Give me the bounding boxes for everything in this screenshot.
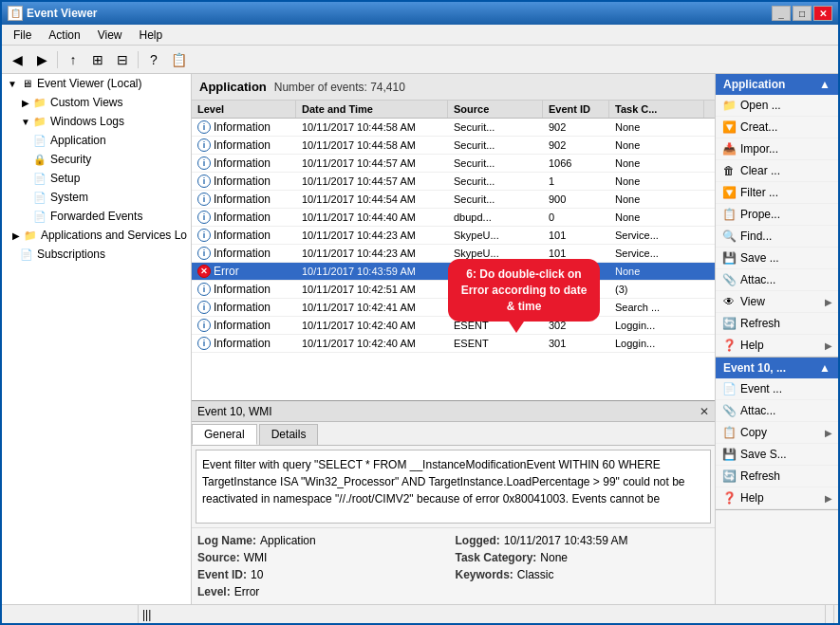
toolbar-back[interactable]: ◀ (6, 49, 28, 70)
toolbar-properties[interactable]: 📋 (167, 49, 190, 70)
sidebar-item-setup[interactable]: 📄 Setup (2, 169, 191, 188)
toolbar-help[interactable]: ? (142, 49, 165, 70)
table-row[interactable]: i Information 10/11/2017 10:42:41 AM Sea… (192, 299, 715, 317)
level-text: Information (214, 283, 271, 296)
table-row[interactable]: i Information 10/11/2017 10:42:40 AM ESE… (192, 317, 715, 335)
cell-source: WMI (448, 263, 543, 280)
security-icon: 🔒 (32, 152, 47, 167)
close-button[interactable]: ✕ (813, 6, 832, 21)
maximize-button[interactable]: □ (793, 6, 812, 21)
sidebar-item-system[interactable]: 📄 System (2, 188, 191, 207)
col-datetime[interactable]: Date and Time (296, 101, 448, 118)
log-icon: 📄 (32, 133, 47, 148)
minimize-button[interactable]: _ (772, 6, 791, 21)
info-icon: i (197, 156, 211, 170)
toggle-icon[interactable]: ▶ (9, 229, 23, 242)
menu-help[interactable]: Help (132, 27, 171, 44)
col-level[interactable]: Level (192, 101, 296, 118)
col-eventid[interactable]: Event ID (543, 101, 609, 118)
menu-view[interactable]: View (90, 27, 130, 44)
toolbar-collapse[interactable]: ⊟ (111, 49, 134, 70)
table-row[interactable]: i Information 10/11/2017 10:44:23 AM Sky… (192, 227, 715, 245)
actions-section-1: Event 10, ...▲ 📄 Event ... 📎 Attac... 📋 … (716, 358, 838, 510)
action-icon: 📄 (721, 381, 737, 396)
level-text: Information (214, 120, 271, 134)
action-item-find...[interactable]: 🔍 Find... (716, 226, 838, 248)
action-item-view[interactable]: 👁 View ▶ (716, 291, 838, 313)
action-item-prope...[interactable]: 📋 Prope... (716, 204, 838, 226)
cell-eventid: 101 (543, 245, 609, 262)
folder-icon: 📁 (32, 95, 47, 110)
action-item-attac...[interactable]: 📎 Attac... (716, 269, 838, 291)
sidebar-label: System (50, 191, 88, 204)
action-item-refresh[interactable]: 🔄 Refresh (716, 466, 838, 487)
action-item-save-s...[interactable]: 💾 Save S... (716, 444, 838, 466)
sidebar-item-application[interactable]: 📄 Application (2, 131, 191, 150)
table-row[interactable]: ✕ Error 10/11/2017 10:43:59 AM WMI 10 No… (192, 263, 715, 281)
menu-action[interactable]: Action (41, 27, 87, 44)
cell-task: Loggin... (609, 317, 704, 334)
sidebar-item-subscriptions[interactable]: 📄 Subscriptions (2, 245, 191, 264)
col-task[interactable]: Task C... (609, 101, 704, 118)
toolbar-forward[interactable]: ▶ (30, 49, 53, 70)
action-item-help[interactable]: ❓ Help ▶ (716, 335, 838, 357)
sidebar-item-custom-views[interactable]: ▶ 📁 Custom Views (2, 93, 191, 112)
action-icon: 🔍 (721, 229, 737, 244)
events-table[interactable]: Level Date and Time Source Event ID Task… (192, 101, 715, 400)
table-row[interactable]: i Information 10/11/2017 10:44:40 AM dbu… (192, 209, 715, 227)
toggle-icon[interactable]: ▼ (6, 77, 19, 90)
action-item-creat...[interactable]: 🔽 Creat... (716, 117, 838, 138)
section-collapse-icon[interactable]: ▲ (819, 78, 831, 91)
table-row[interactable]: i Information 10/11/2017 10:44:58 AM Sec… (192, 137, 715, 155)
action-item-copy[interactable]: 📋 Copy ▶ (716, 422, 838, 444)
sidebar-item-windows-logs[interactable]: ▼ 📁 Windows Logs (2, 112, 191, 131)
action-item-help[interactable]: ❓ Help ▶ (716, 487, 838, 509)
sidebar-item-security[interactable]: 🔒 Security (2, 150, 191, 169)
action-item-refresh[interactable]: 🔄 Refresh (716, 313, 838, 335)
menu-bar: File Action View Help (2, 25, 838, 46)
cell-extra (704, 281, 715, 298)
action-item-filter-...[interactable]: 🔽 Filter ... (716, 182, 838, 204)
sidebar-label: Subscriptions (37, 248, 105, 261)
toolbar-expand[interactable]: ⊞ (86, 49, 109, 70)
table-row[interactable]: i Information 10/11/2017 10:42:51 AM Dbx… (192, 281, 715, 299)
cell-task: None (609, 173, 704, 190)
action-item-clear-...[interactable]: 🗑 Clear ... (716, 160, 838, 182)
table-row[interactable]: i Information 10/11/2017 10:44:23 AM Sky… (192, 245, 715, 263)
action-item-attac...[interactable]: 📎 Attac... (716, 400, 838, 422)
table-row[interactable]: i Information 10/11/2017 10:44:57 AM Sec… (192, 155, 715, 173)
cell-level: i Information (192, 173, 296, 190)
action-item-impor...[interactable]: 📥 Impor... (716, 138, 838, 160)
toggle-icon[interactable]: ▶ (19, 96, 32, 109)
table-row[interactable]: i Information 10/11/2017 10:44:58 AM Sec… (192, 119, 715, 137)
action-item-open-...[interactable]: 📁 Open ... (716, 95, 838, 117)
keywords-label: Keywords: (456, 568, 513, 581)
cell-level: i Information (192, 245, 296, 262)
sidebar-item-app-services[interactable]: ▶ 📁 Applications and Services Lo (2, 226, 191, 245)
sidebar-item-event-viewer[interactable]: ▼ 🖥 Event Viewer (Local) (2, 74, 191, 93)
toggle-icon[interactable]: ▼ (19, 115, 32, 128)
action-item-save-...[interactable]: 💾 Save ... (716, 248, 838, 269)
col-scroll (704, 101, 715, 118)
detail-close-button[interactable]: ✕ (700, 405, 709, 418)
cell-extra (704, 245, 715, 262)
toolbar-up[interactable]: ↑ (62, 49, 84, 70)
action-label: Event ... (740, 382, 782, 395)
section-collapse-icon[interactable]: ▲ (819, 361, 831, 375)
menu-file[interactable]: File (6, 27, 39, 44)
table-row[interactable]: i Information 10/11/2017 10:44:54 AM Sec… (192, 191, 715, 209)
cell-source: Securit... (448, 155, 543, 172)
col-source[interactable]: Source (448, 101, 543, 118)
cell-level: i Information (192, 155, 296, 172)
sidebar-item-forwarded[interactable]: 📄 Forwarded Events (2, 207, 191, 226)
cell-datetime: 10/11/2017 10:44:54 AM (296, 191, 448, 208)
tab-details[interactable]: Details (259, 424, 319, 445)
action-item-event-...[interactable]: 📄 Event ... (716, 378, 838, 400)
cell-datetime: 10/11/2017 10:43:59 AM (296, 263, 448, 280)
table-row[interactable]: i Information 10/11/2017 10:44:57 AM Sec… (192, 173, 715, 191)
cell-source: dbupd... (448, 209, 543, 226)
right-panel: Application Number of events: 74,410 Lev… (192, 74, 715, 604)
level-text: Information (214, 193, 271, 206)
tab-general[interactable]: General (192, 424, 257, 445)
table-row[interactable]: i Information 10/11/2017 10:42:40 AM ESE… (192, 335, 715, 353)
